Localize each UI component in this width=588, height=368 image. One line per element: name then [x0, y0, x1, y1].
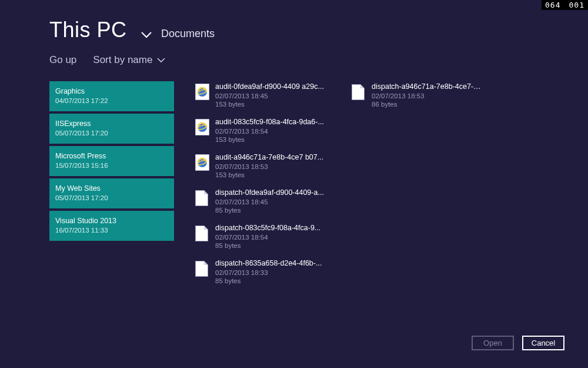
file-date: 02/07/2013 18:33 [215, 268, 322, 277]
ie-file-icon [195, 119, 209, 135]
folder-item[interactable]: IISExpress05/07/2013 17:20 [49, 114, 174, 144]
document-file-icon [352, 84, 366, 100]
folder-name: My Web Sites [55, 184, 168, 193]
file-info: audit-a946c71a-7e8b-4ce7 b07...02/07/201… [215, 153, 323, 179]
debug-overlay: 064 001 [542, 0, 588, 10]
file-columns: Graphics04/07/2013 17:22IISExpress05/07/… [49, 81, 564, 327]
sort-button[interactable]: Sort by name [93, 54, 165, 66]
folder-column: Graphics04/07/2013 17:22IISExpress05/07/… [49, 81, 174, 327]
sort-label: Sort by name [93, 54, 152, 66]
file-date: 02/07/2013 18:54 [215, 233, 320, 241]
toolbar: Go up Sort by name [49, 54, 165, 66]
file-size: 85 bytes [215, 241, 320, 250]
file-info: dispatch-a946c71a-7e8b-4ce7-b...02/07/20… [372, 82, 483, 108]
ie-file-icon [195, 84, 209, 100]
file-date: 02/07/2013 18:45 [215, 198, 324, 206]
file-size: 85 bytes [215, 277, 322, 285]
file-name: dispatch-0fdea9af-d900-4409-a... [215, 188, 324, 198]
go-up-link[interactable]: Go up [49, 54, 76, 66]
debug-b: 001 [569, 1, 584, 9]
folder-name: Graphics [55, 87, 168, 96]
folder-date: 05/07/2013 17:20 [55, 194, 168, 201]
debug-a: 064 [545, 1, 560, 9]
file-name: dispatch-8635a658-d2e4-4f6b-... [215, 259, 322, 268]
folder-date: 15/07/2013 15:16 [55, 162, 168, 169]
breadcrumb-current: Documents [161, 28, 215, 42]
file-column-2: dispatch-a946c71a-7e8b-4ce7-b...02/07/20… [352, 81, 487, 327]
file-info: audit-083c5fc9-f08a-4fca-9da6-...02/07/2… [215, 118, 324, 144]
file-column-1: audit-0fdea9af-d900-4409 a29c...02/07/20… [195, 81, 330, 327]
dialog-buttons: Open Cancel [472, 336, 564, 350]
folder-item[interactable]: Graphics04/07/2013 17:22 [49, 81, 174, 111]
file-date: 02/07/2013 18:53 [372, 92, 483, 100]
file-date: 02/07/2013 18:54 [215, 127, 324, 135]
file-size: 153 bytes [215, 135, 324, 144]
file-item[interactable]: dispatch-a946c71a-7e8b-4ce7-b...02/07/20… [352, 81, 487, 114]
folder-item[interactable]: Visual Studio 201316/07/2013 11:33 [49, 211, 174, 241]
chevron-down-icon[interactable] [141, 32, 152, 38]
document-file-icon [195, 225, 209, 241]
file-date: 02/07/2013 18:45 [215, 92, 324, 100]
location-title[interactable]: This PC [49, 18, 158, 42]
file-info: audit-0fdea9af-d900-4409 a29c...02/07/20… [215, 82, 324, 108]
ie-file-icon [195, 154, 209, 171]
location-header: This PC Documents [49, 18, 215, 42]
folder-name: Microsoft Press [55, 152, 168, 161]
file-size: 153 bytes [215, 171, 323, 179]
location-text: This PC [49, 18, 127, 42]
file-item[interactable]: dispatch-083c5fc9-f08a-4fca-9...02/07/20… [195, 223, 330, 256]
file-name: dispatch-083c5fc9-f08a-4fca-9... [215, 224, 320, 233]
file-name: audit-083c5fc9-f08a-4fca-9da6-... [215, 118, 324, 127]
cancel-button[interactable]: Cancel [522, 336, 564, 350]
file-info: dispatch-083c5fc9-f08a-4fca-9...02/07/20… [215, 224, 320, 250]
file-size: 86 bytes [372, 100, 483, 108]
folder-item[interactable]: Microsoft Press15/07/2013 15:16 [49, 146, 174, 176]
file-info: dispatch-8635a658-d2e4-4f6b-...02/07/201… [215, 259, 322, 285]
file-date: 02/07/2013 18:53 [215, 163, 323, 171]
document-file-icon [195, 260, 209, 277]
file-item[interactable]: audit-a946c71a-7e8b-4ce7 b07...02/07/201… [195, 152, 330, 185]
file-name: audit-a946c71a-7e8b-4ce7 b07... [215, 153, 323, 163]
file-name: dispatch-a946c71a-7e8b-4ce7-b... [372, 82, 483, 92]
file-item[interactable]: dispatch-8635a658-d2e4-4f6b-...02/07/201… [195, 258, 330, 291]
folder-item[interactable]: My Web Sites05/07/2013 17:20 [49, 178, 174, 208]
chevron-down-icon [157, 54, 165, 66]
folder-name: IISExpress [55, 120, 168, 128]
folder-date: 05/07/2013 17:20 [55, 130, 168, 137]
file-size: 85 bytes [215, 206, 324, 214]
folder-date: 16/07/2013 11:33 [55, 227, 168, 234]
folder-date: 04/07/2013 17:22 [55, 97, 168, 104]
file-size: 153 bytes [215, 100, 324, 108]
file-item[interactable]: dispatch-0fdea9af-d900-4409-a...02/07/20… [195, 187, 330, 220]
document-file-icon [195, 190, 209, 206]
file-item[interactable]: audit-083c5fc9-f08a-4fca-9da6-...02/07/2… [195, 117, 330, 150]
folder-name: Visual Studio 2013 [55, 217, 168, 226]
open-button[interactable]: Open [472, 336, 514, 350]
file-info: dispatch-0fdea9af-d900-4409-a...02/07/20… [215, 188, 324, 214]
file-item[interactable]: audit-0fdea9af-d900-4409 a29c...02/07/20… [195, 81, 330, 114]
file-name: audit-0fdea9af-d900-4409 a29c... [215, 82, 324, 92]
